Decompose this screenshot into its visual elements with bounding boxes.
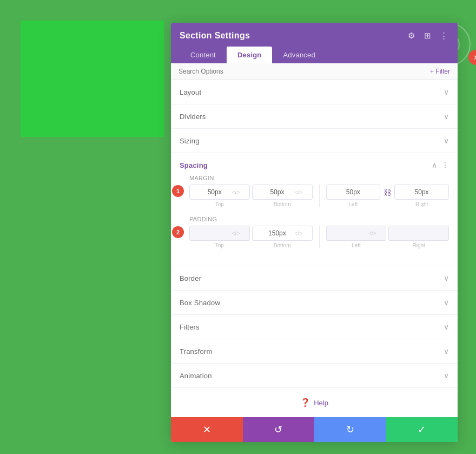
dividers-arrow-icon: ∨ xyxy=(444,112,449,121)
cancel-button[interactable]: ✕ xyxy=(171,417,243,442)
help-label: Help xyxy=(314,399,328,407)
padding-separator xyxy=(319,226,320,248)
padding-bottom-label: Bottom xyxy=(274,242,291,248)
padding-bottom-input-box[interactable]: </> xyxy=(252,226,313,241)
margin-bottom-input-box[interactable]: </> xyxy=(252,185,313,200)
search-input[interactable] xyxy=(178,68,430,75)
padding-label: Padding xyxy=(189,216,449,222)
help-row[interactable]: ❓ Help xyxy=(171,388,458,417)
margin-bottom-label: Bottom xyxy=(274,201,291,207)
accordion-box-shadow: Box Shadow ∨ xyxy=(171,291,458,315)
panel-title-row: Section Settings ⚙ ⊞ ⋮ xyxy=(180,30,449,41)
padding-bottom-input[interactable] xyxy=(262,229,292,237)
margin-top-bottom-pair: </> Top </> Bottom xyxy=(189,185,313,207)
reset-button[interactable]: ↺ xyxy=(243,417,315,442)
accordion-layout: Layout ∨ xyxy=(171,80,458,104)
animation-arrow-icon: ∨ xyxy=(444,371,449,380)
padding-top-bottom-pair: </> Top </> Bottom xyxy=(189,226,313,248)
margin-separator xyxy=(319,185,320,207)
margin-right-label: Right xyxy=(415,201,428,207)
layout-label: Layout xyxy=(180,88,201,96)
sizing-arrow-icon: ∨ xyxy=(444,136,449,145)
padding-right-input[interactable] xyxy=(404,229,434,237)
margin-bottom-input[interactable] xyxy=(262,188,292,196)
margin-field-group: Margin </> Top xyxy=(189,175,449,207)
tab-content[interactable]: Content xyxy=(180,47,227,63)
accordion-header-animation[interactable]: Animation ∨ xyxy=(171,364,458,387)
save-button[interactable]: ✓ xyxy=(386,417,458,442)
redo-button[interactable]: ↻ xyxy=(314,417,386,442)
margin-top-label: Top xyxy=(215,201,224,207)
step-badge-1: 1 xyxy=(172,185,184,197)
margin-left-wrap: Left xyxy=(326,185,381,207)
margin-top-input-box[interactable]: </> xyxy=(189,185,250,200)
tab-advanced[interactable]: Advanced xyxy=(272,47,326,63)
padding-bottom-code-icon[interactable]: </> xyxy=(295,231,302,236)
padding-left-wrap: </> Left xyxy=(326,226,387,248)
border-arrow-icon: ∨ xyxy=(444,274,449,282)
tab-design[interactable]: Design xyxy=(227,47,273,63)
padding-left-code-icon[interactable]: </> xyxy=(368,231,376,236)
padding-right-input-box[interactable] xyxy=(388,226,449,241)
step-badge-2: 2 xyxy=(172,226,184,238)
padding-top-input[interactable] xyxy=(200,229,230,237)
transform-arrow-icon: ∨ xyxy=(444,347,449,356)
margin-bottom-code-icon[interactable]: </> xyxy=(295,189,302,195)
margin-left-right-pair: Left ⛓ Right xyxy=(326,185,449,207)
panel-header: Section Settings ⚙ ⊞ ⋮ Content Design Ad… xyxy=(171,23,458,63)
accordion-header-dividers[interactable]: Dividers ∨ xyxy=(171,104,458,128)
spacing-more-icon[interactable]: ⋮ xyxy=(441,161,449,169)
padding-top-input-box[interactable]: </> xyxy=(189,226,250,241)
search-row: + Filter xyxy=(171,63,458,80)
box-shadow-label: Box Shadow xyxy=(180,299,220,307)
filter-button[interactable]: + Filter xyxy=(430,68,450,75)
canvas-green-section xyxy=(21,21,164,137)
columns-icon[interactable]: ⊞ xyxy=(422,30,433,41)
margin-group: 1 Margin </> Top xyxy=(180,175,449,207)
settings-panel: Section Settings ⚙ ⊞ ⋮ Content Design Ad… xyxy=(171,23,458,442)
more-icon[interactable]: ⋮ xyxy=(438,30,449,41)
padding-top-code-icon[interactable]: </> xyxy=(232,231,240,236)
panel-actions: ✕ ↺ ↻ ✓ xyxy=(171,417,458,442)
margin-right-input-box[interactable] xyxy=(394,185,449,200)
padding-left-label: Left xyxy=(352,242,361,248)
accordion-animation: Animation ∨ xyxy=(171,364,458,388)
accordion-header-filters[interactable]: Filters ∨ xyxy=(171,315,458,339)
margin-left-input[interactable] xyxy=(340,188,367,196)
margin-left-label: Left xyxy=(349,201,358,207)
margin-top-wrap: </> Top xyxy=(189,185,250,207)
animation-label: Animation xyxy=(180,372,212,380)
margin-right-input[interactable] xyxy=(408,188,435,196)
accordion-dividers: Dividers ∨ xyxy=(171,104,458,129)
spacing-chevron-up-icon[interactable]: ∧ xyxy=(432,161,437,169)
spacing-content: 1 Margin </> Top xyxy=(171,175,458,266)
panel-tabs: Content Design Advanced xyxy=(180,47,449,63)
accordion-header-layout[interactable]: Layout ∨ xyxy=(171,80,458,104)
spacing-label: Spacing xyxy=(180,161,208,169)
accordion-border: Border ∨ xyxy=(171,266,458,291)
padding-left-input[interactable] xyxy=(336,229,366,237)
accordion-transform: Transform ∨ xyxy=(171,339,458,364)
margin-link-icon[interactable]: ⛓ xyxy=(382,188,392,197)
spacing-section: Spacing ∧ ⋮ 1 Margin xyxy=(171,153,458,266)
settings-icon[interactable]: ⚙ xyxy=(406,30,416,41)
accordion-header-border[interactable]: Border ∨ xyxy=(171,266,458,290)
margin-top-code-icon[interactable]: </> xyxy=(232,189,240,195)
dividers-label: Dividers xyxy=(180,113,206,121)
accordion-header-box-shadow[interactable]: Box Shadow ∨ xyxy=(171,291,458,314)
margin-left-input-box[interactable] xyxy=(326,185,381,200)
spacing-header[interactable]: Spacing ∧ ⋮ xyxy=(171,153,458,175)
padding-fields-row: </> Top </> Bottom xyxy=(189,226,449,248)
sizing-label: Sizing xyxy=(180,137,200,145)
border-label: Border xyxy=(180,274,201,282)
margin-fields-row: </> Top </> Bottom xyxy=(189,185,449,207)
padding-top-wrap: </> Top xyxy=(189,226,250,248)
help-icon: ❓ xyxy=(300,398,310,407)
transform-label: Transform xyxy=(180,347,213,356)
layout-arrow-icon: ∨ xyxy=(444,88,449,96)
accordion-header-sizing[interactable]: Sizing ∨ xyxy=(171,129,458,153)
accordion-header-transform[interactable]: Transform ∨ xyxy=(171,339,458,363)
padding-left-input-box[interactable]: </> xyxy=(326,226,387,241)
margin-top-input[interactable] xyxy=(200,188,230,196)
margin-label: Margin xyxy=(189,175,449,181)
